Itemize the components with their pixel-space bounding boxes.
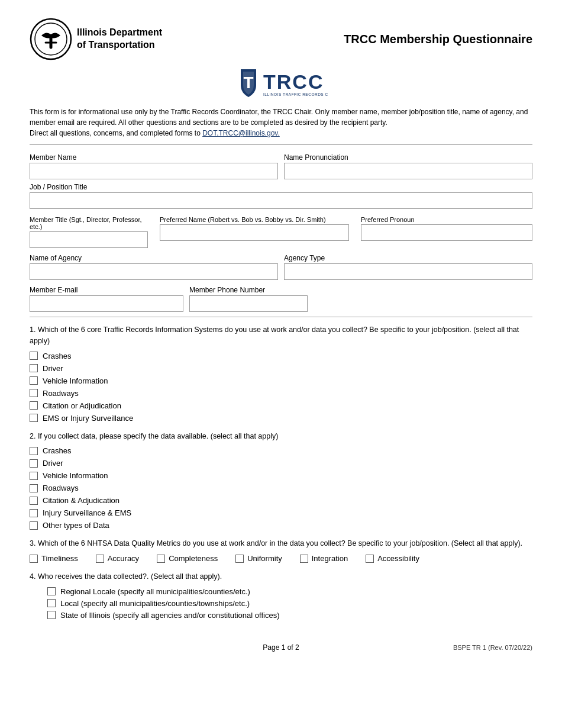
logo-area: Illinois Department of Transportation [30,18,162,60]
member-name-input[interactable] [30,163,278,179]
member-name-field: Member Name [30,150,278,179]
preferred-name-label: Preferred Name (Robert vs. Bob vs. Bobby… [160,216,349,223]
name-pronunciation-label: Name Pronunciation [284,153,532,162]
q4-regional-item: Regional Locale (specify all municipalit… [47,587,532,596]
q1-roadways-item: Roadways [30,389,532,398]
q2-citation-checkbox[interactable] [30,497,38,505]
q3-completeness-item: Completeness [157,554,218,563]
q3-integration-label: Integration [312,554,348,563]
question-2-section: 2. If you collect data, please specify t… [30,431,532,530]
q1-ems-item: EMS or Injury Surveillance [30,414,532,423]
name-pronunciation-input[interactable] [284,163,532,179]
email-field-box: Member E-mail [30,282,183,312]
doc-reference: BSPE TR 1 (Rev. 07/20/22) [453,644,532,651]
q4-state-item: State of Illinois (specify all agencies … [47,611,532,620]
preferred-pronoun-input[interactable] [361,224,532,241]
q2-crashes-checkbox[interactable] [30,447,38,455]
q4-local-checkbox[interactable] [47,599,56,607]
q3-integration-item: Integration [300,554,348,563]
agency-type-field: Agency Type [284,250,532,280]
q3-accessibility-item: Accessibility [366,554,419,563]
q1-vehicle-label: Vehicle Information [43,376,108,385]
q3-accuracy-item: Accuracy [96,554,139,563]
q1-ems-checkbox[interactable] [30,414,38,422]
q3-completeness-checkbox[interactable] [157,555,165,563]
q1-roadways-label: Roadways [43,389,79,398]
job-title-label: Job / Position Title [30,183,532,191]
svg-text:TRCC: TRCC [263,70,324,93]
agency-type-input[interactable] [284,263,532,280]
member-email-label: Member E-mail [30,286,183,294]
q2-other-checkbox[interactable] [30,521,38,530]
q1-citation-checkbox[interactable] [30,401,38,410]
q2-vehicle-label: Vehicle Information [43,471,108,480]
q4-regional-label: Regional Locale (specify all municipalit… [60,587,250,596]
q2-injury-checkbox[interactable] [30,509,38,517]
agency-name-input[interactable] [30,263,278,280]
q2-driver-checkbox[interactable] [30,459,38,468]
name-pronunciation-field: Name Pronunciation [284,150,532,179]
q1-roadways-checkbox[interactable] [30,389,38,397]
q2-crashes-label: Crashes [43,446,71,455]
q2-roadways-checkbox[interactable] [30,484,38,492]
q3-accessibility-label: Accessibility [377,554,419,563]
q4-state-checkbox[interactable] [47,611,56,619]
question-4-section: 4. Who receives the data collected?. (Se… [30,571,532,620]
q4-regional-checkbox[interactable] [47,587,56,595]
member-email-input[interactable] [30,295,183,312]
question-3-section: 3. Which of the 6 NHTSA Data Quality Met… [30,538,532,563]
q3-completeness-label: Completeness [169,554,218,563]
q2-vehicle-checkbox[interactable] [30,472,38,480]
q2-citation-label: Citation & Adjudication [43,496,119,505]
q1-crashes-item: Crashes [30,352,532,360]
member-name-row: Member Name Name Pronunciation [30,150,532,179]
q2-injury-label: Injury Surveillance & EMS [43,508,131,517]
agency-name-label: Name of Agency [30,254,278,262]
member-phone-label: Member Phone Number [189,286,308,294]
member-title-label: Member Title (Sgt., Director, Professor,… [30,216,148,230]
preferred-pronoun-label: Preferred Pronoun [361,216,532,223]
q1-driver-label: Driver [43,364,63,373]
q2-roadways-item: Roadways [30,484,532,492]
member-name-label: Member Name [30,153,278,162]
q2-other-label: Other types of Data [43,521,109,530]
q3-timeliness-label: Timeliness [41,554,78,563]
title-row: Member Title (Sgt., Director, Professor,… [30,212,532,248]
page-footer: Page 1 of 2 BSPE TR 1 (Rev. 07/20/22) [30,643,532,652]
job-title-input[interactable] [30,192,532,209]
q2-vehicle-item: Vehicle Information [30,471,532,480]
q3-accuracy-label: Accuracy [108,554,139,563]
q1-crashes-checkbox[interactable] [30,352,38,360]
q4-options: Regional Locale (specify all municipalit… [47,587,532,620]
q3-timeliness-checkbox[interactable] [30,555,38,563]
q1-crashes-label: Crashes [43,352,71,360]
q1-driver-checkbox[interactable] [30,364,38,372]
q2-driver-item: Driver [30,459,532,468]
job-title-section: Job / Position Title [30,183,532,209]
preferred-name-input[interactable] [160,224,349,241]
email-link[interactable]: DOT.TRCC@illinois.gov. [202,129,280,137]
q1-citation-label: Citation or Adjudication [43,401,121,410]
q1-citation-item: Citation or Adjudication [30,401,532,410]
trcc-logo-icon: T TRCC ILLINOIS TRAFFIC RECORDS COORDINA… [234,66,328,99]
q1-driver-item: Driver [30,364,532,373]
q3-checkboxes-row: Timeliness Accuracy Completeness Uniform… [30,554,532,563]
idot-emblem-icon [30,18,72,60]
q4-local-item: Local (specify all municipalities/counti… [47,599,532,608]
agency-name-field: Name of Agency [30,250,278,280]
agency-type-label: Agency Type [284,254,532,262]
member-title-input[interactable] [30,231,148,248]
q2-driver-label: Driver [43,459,63,468]
question-4-text: 4. Who receives the data collected?. (Se… [30,571,532,582]
q3-uniformity-label: Uniformity [247,554,282,563]
member-phone-input[interactable] [189,295,308,312]
intro-paragraph: This form is for informational use only … [30,107,532,138]
q2-injury-item: Injury Surveillance & EMS [30,508,532,517]
q3-integration-checkbox[interactable] [300,555,308,563]
q3-accuracy-checkbox[interactable] [96,555,104,563]
q1-vehicle-checkbox[interactable] [30,376,38,385]
agency-row: Name of Agency Agency Type [30,250,532,280]
q3-accessibility-checkbox[interactable] [366,555,374,563]
q3-uniformity-checkbox[interactable] [235,555,244,563]
q2-citation-item: Citation & Adjudication [30,496,532,505]
